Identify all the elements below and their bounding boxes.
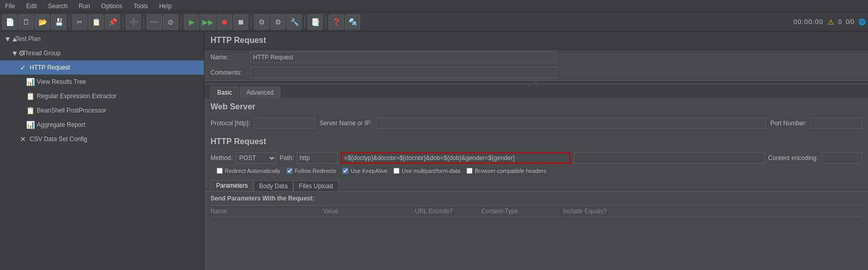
tree-item-http-request[interactable]: ✓ HTTP Request xyxy=(0,60,204,75)
view-results-label: View Results Tree xyxy=(37,78,86,85)
log-viewer-button[interactable]: 📑 xyxy=(308,14,323,30)
follow-redirects-label: Follow Redirects xyxy=(295,168,336,174)
template-button[interactable]: 🗒 xyxy=(18,14,34,30)
multipart-checkbox[interactable] xyxy=(393,168,400,174)
beanshell-icon: 📋 xyxy=(26,106,35,115)
path-prefix-input[interactable] xyxy=(297,152,338,164)
browser-headers-checkbox[interactable] xyxy=(466,168,473,174)
path-end-input[interactable] xyxy=(574,152,765,164)
aggregate-label: Aggregate Report xyxy=(37,121,85,128)
remote2-button[interactable]: ⚙ xyxy=(270,14,286,30)
method-select[interactable]: POST GET PUT DELETE xyxy=(236,152,276,164)
sep5 xyxy=(251,16,251,28)
clear-button[interactable]: ⊘ xyxy=(163,14,178,30)
comments-input[interactable] xyxy=(250,67,557,78)
sep4 xyxy=(181,16,181,28)
save-button[interactable]: 💾 xyxy=(51,14,66,30)
settings-button[interactable]: 🔩 xyxy=(345,14,360,30)
keepalive-label: Use KeepAlive xyxy=(350,168,387,174)
content-encoding-input[interactable] xyxy=(821,152,862,164)
menu-edit[interactable]: Edit xyxy=(24,2,39,11)
menu-run[interactable]: Run xyxy=(77,2,92,11)
error-count: 0/0 xyxy=(846,18,854,26)
sep7 xyxy=(325,16,326,28)
sep1 xyxy=(69,16,69,28)
param-table: Send Parameters With the Request: Name: … xyxy=(204,192,868,217)
remote1-button[interactable]: ⚙ xyxy=(254,14,269,30)
tree-item-thread-group[interactable]: ▼⚙ Thread Group xyxy=(0,46,204,60)
thread-group-label: Thread Group xyxy=(22,50,61,57)
add-button[interactable]: ➕ xyxy=(126,14,141,30)
web-server-header: Web Server xyxy=(204,98,868,114)
param-tab-parameters[interactable]: Parameters xyxy=(210,180,253,191)
web-server-row: Protocol [http]: Server Name or IP: Port… xyxy=(210,116,862,131)
right-header: HTTP Request xyxy=(204,32,868,50)
http-request-section: Method: POST GET PUT DELETE Path: Conten… xyxy=(204,148,868,178)
beanshell-label: BeanShell PostProcessor xyxy=(37,107,106,114)
param-tab-bar: Parameters Body Data Files Upload xyxy=(204,178,868,192)
warning-icon: ⚠ xyxy=(828,18,834,26)
sep6 xyxy=(304,16,305,28)
stop-button[interactable]: ⏺ xyxy=(217,14,232,30)
tree-item-view-results[interactable]: 📊 View Results Tree xyxy=(0,75,204,89)
new-button[interactable]: 📄 xyxy=(2,14,17,30)
sep3 xyxy=(144,16,144,28)
tree-item-beanshell[interactable]: 📋 BeanShell PostProcessor xyxy=(0,103,204,118)
content-encoding-label: Content encoding: xyxy=(768,154,818,162)
name-label: Name: xyxy=(210,54,246,61)
follow-redirects-checkbox-item: Follow Redirects xyxy=(287,168,336,174)
tab-basic[interactable]: Basic xyxy=(210,86,239,98)
param-tab-files-upload[interactable]: Files Upload xyxy=(293,181,339,191)
resize-handle[interactable] xyxy=(204,80,868,84)
remove-button[interactable]: ➖ xyxy=(147,14,162,30)
method-label: Method: xyxy=(210,154,232,162)
name-row: Name: xyxy=(204,50,868,65)
name-input[interactable] xyxy=(250,52,557,63)
sep2 xyxy=(123,16,123,28)
col-name-header: Name: xyxy=(210,208,323,215)
tab-advanced[interactable]: Advanced xyxy=(240,86,280,98)
protocol-input[interactable] xyxy=(254,118,315,129)
left-panel: ▼▲ Test Plan ▼⚙ Thread Group ✓ HTTP Requ… xyxy=(0,32,204,270)
menu-search[interactable]: Search xyxy=(46,2,69,11)
tree-item-csv[interactable]: ✕ CSV Data Set Config xyxy=(0,132,204,146)
col-contenttype-header: Content-Type xyxy=(481,208,563,215)
tree-item-test-plan[interactable]: ▼▲ Test Plan xyxy=(0,32,204,46)
keepalive-checkbox-item: Use KeepAlive xyxy=(342,168,387,174)
menu-tools[interactable]: Tools xyxy=(131,2,150,11)
keepalive-checkbox[interactable] xyxy=(342,168,348,174)
csv-label: CSV Data Set Config xyxy=(30,136,87,143)
view-results-icon: 📊 xyxy=(26,78,35,86)
web-server-section: Protocol [http]: Server Name or IP: Port… xyxy=(204,114,868,133)
toolbar-right: 00:00:00 ⚠ 0 0/0 🌐 xyxy=(793,18,866,26)
menu-help[interactable]: Help xyxy=(157,2,174,11)
tree-item-regex-extractor[interactable]: 📋 Regular Expression Extractor xyxy=(0,89,204,103)
cut-button[interactable]: ✂ xyxy=(72,14,87,30)
http-method-path-row: Method: POST GET PUT DELETE Path: Conten… xyxy=(210,150,862,166)
help-button[interactable]: ❓ xyxy=(329,14,344,30)
follow-redirects-checkbox[interactable] xyxy=(287,168,293,174)
menu-options[interactable]: Options xyxy=(99,2,124,11)
redirect-auto-label: Redirect Automatically xyxy=(225,168,280,174)
start-no-pause-button[interactable]: ▶▶ xyxy=(200,14,216,30)
path-highlighted-input[interactable] xyxy=(341,152,571,164)
remote3-button[interactable]: 🔧 xyxy=(287,14,302,30)
copy-button[interactable]: 📋 xyxy=(88,14,104,30)
paste-button[interactable]: 📌 xyxy=(105,14,120,30)
test-plan-icon: ▼▲ xyxy=(4,35,13,43)
open-button[interactable]: 📂 xyxy=(35,14,50,30)
http-request-icon: ✓ xyxy=(18,63,28,72)
http-request-label: HTTP Request xyxy=(30,64,70,71)
globe-icon: 🌐 xyxy=(858,18,866,26)
param-tab-body-data[interactable]: Body Data xyxy=(253,181,293,191)
regex-icon: 📋 xyxy=(26,92,35,100)
start-button[interactable]: ▶ xyxy=(184,14,199,30)
shutdown-button[interactable]: ⏹ xyxy=(233,14,248,30)
port-input[interactable] xyxy=(811,118,862,129)
protocol-label: Protocol [http]: xyxy=(210,120,250,127)
menu-file[interactable]: File xyxy=(3,2,17,11)
tree-item-aggregate[interactable]: 📊 Aggregate Report xyxy=(0,118,204,132)
redirect-auto-checkbox[interactable] xyxy=(217,168,223,174)
csv-icon: ✕ xyxy=(18,135,28,143)
server-input[interactable] xyxy=(376,118,766,129)
